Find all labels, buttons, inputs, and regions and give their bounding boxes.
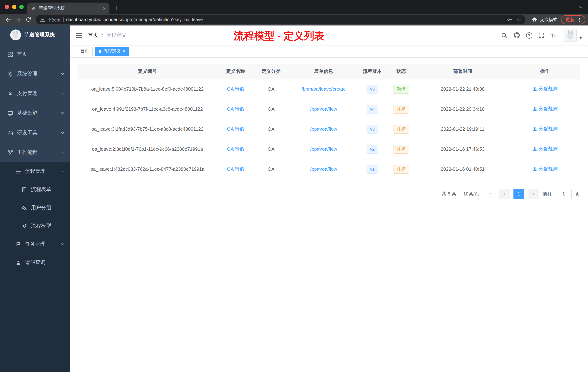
tag-close-icon[interactable]: × [123,49,125,54]
yen-icon: ¥ [8,91,13,97]
assign-rule-link[interactable]: 分配规则 [532,106,558,112]
annotation-title: 流程模型 - 定义列表 [234,29,324,43]
assign-rule-link[interactable]: 分配规则 [532,86,558,92]
window-zoom-button[interactable] [19,5,24,9]
security-warning-icon[interactable] [40,17,45,22]
tab-favicon-icon [31,6,36,11]
fullscreen-icon[interactable] [538,33,544,38]
goto-page-input[interactable] [556,189,572,199]
definition-id-cell: oa_leave:5:004b710b-7b8a-11ec-8ef0-acde4… [77,79,218,99]
category-cell: OA [253,159,289,179]
document-icon [21,187,27,192]
incognito-badge: 无痕模式 [531,16,557,23]
window-minimize-button[interactable] [12,5,16,9]
pagination: 共 5 条 10条/页 1 前往 页 [77,189,580,199]
definition-name-link[interactable]: OA 请假 [227,126,244,131]
status-cell: 挂起 [387,159,416,179]
sidebar-item-process-model[interactable]: 流程模型 [0,217,70,235]
sidebar-item-system-management[interactable]: 系统管理 [0,64,70,84]
password-key-icon[interactable] [507,17,513,22]
definition-name-link[interactable]: OA 请假 [227,146,244,152]
assign-rule-link[interactable]: 分配规则 [532,126,558,132]
sidebar-item-payment-management[interactable]: ¥ 支付管理 [0,84,70,103]
sidebar-item-home[interactable]: 首页 [0,44,70,64]
sidebar-logo[interactable]: 芋道管理系统 [0,25,70,44]
paper-plane-icon [21,223,27,229]
chevron-down-icon [488,192,492,196]
definition-id-cell: oa_leave:1:482ec033-762a-11ec-8477-a2380… [77,159,218,179]
definition-name-link[interactable]: OA 请假 [227,166,244,172]
form-link[interactable]: /bpm/oa/flow [310,146,337,152]
next-page-button[interactable] [528,189,539,199]
search-icon[interactable] [501,32,507,38]
toolbox-icon [8,130,13,136]
person-icon [16,260,21,265]
column-header-status: 状态 [387,64,416,79]
page-size-select[interactable]: 10条/页 [460,189,495,199]
assign-rule-link[interactable]: 分配规则 [532,146,558,152]
browser-tab-strip: 芋道管理系统 × + [0,0,588,14]
status-cell: 挂起 [387,139,416,159]
form-link[interactable]: /bpm/oa/leave/create [302,86,346,92]
page-number-button[interactable]: 1 [514,189,524,199]
category-cell: OA [253,79,289,99]
definition-id-cell: oa_leave:3:1fad3d93-7b75-11ec-a3c8-acde4… [77,119,218,139]
chevron-down-icon [60,242,65,246]
tag-process-definition[interactable]: 流程定义 × [95,46,129,56]
sidebar-item-task-management[interactable]: 任务管理 [0,235,70,253]
user-group-icon [21,205,27,211]
sidebar-item-user-group[interactable]: 用户分组 [0,199,70,217]
user-icon [532,167,537,171]
table-row: oa_leave:2:3c1f0ef1-76b1-11ec-9c66-a2380… [77,139,580,159]
definition-name-link[interactable]: OA 请假 [227,106,244,111]
form-link[interactable]: /bpm/oa/flow [310,126,337,132]
form-link[interactable]: /bpm/oa/flow [310,166,337,172]
help-icon[interactable]: ? [526,32,532,38]
new-tab-button[interactable]: + [112,3,122,13]
version-cell: v3 [358,119,387,139]
table-row: oa_leave:5:004b710b-7b8a-11ec-8ef0-acde4… [77,79,580,99]
bookmark-star-icon[interactable]: ☆ [516,17,521,22]
status-badge: 挂起 [393,125,409,133]
category-cell: OA [253,99,289,119]
omnibox-icons: ☆ [507,17,521,22]
version-badge: v4 [366,105,378,113]
address-bar[interactable]: 不安全 dashboard.yudao.iocoder.cn/bpm/manag… [36,15,525,24]
definition-id-cell: oa_leave:4:991f2193-7b7f-11ec-a3c8-acde4… [77,99,218,119]
deploy-time-cell: 2022-01-16 17:46:53 [416,139,510,159]
operation-cell: 分配规则 [510,79,580,99]
sidebar-item-process-form[interactable]: 流程表单 [0,181,70,199]
reload-button[interactable] [23,15,33,24]
browser-chrome: 芋道管理系统 × + 不安全 d [0,0,588,25]
sidebar-item-process-management[interactable]: 流程管理 [0,162,70,181]
font-size-icon[interactable]: TT [550,32,556,38]
process-definition-page: 定义编号 定义名称 定义分类 表单信息 流程版本 状态 部署时间 操作 oa_l [70,57,588,372]
update-label: 更新 [566,17,575,23]
forward-button[interactable] [13,15,23,24]
tab-search-chevron-icon[interactable] [578,5,583,10]
breadcrumb-home[interactable]: 首页 [88,32,98,39]
sidebar-toggle-button[interactable] [76,32,82,38]
sidebar-item-dev-tools[interactable]: 研发工具 [0,123,70,143]
tag-home[interactable]: 首页 [77,46,93,56]
back-button[interactable] [3,15,13,24]
sidebar-item-workflow[interactable]: 工作流程 [0,143,70,162]
browser-tab[interactable]: 芋道管理系统 × [27,2,109,14]
definition-name-link[interactable]: OA 请假 [227,86,244,92]
security-label[interactable]: 不安全 [48,17,61,23]
url-text[interactable]: dashboard.yudao.iocoder.cn/bpm/manager/d… [66,17,504,22]
browser-update-button[interactable]: 更新 [561,15,585,24]
form-cell: /bpm/oa/flow [289,99,358,119]
form-cell: /bpm/oa/flow [289,139,358,159]
prev-page-button[interactable] [499,189,510,199]
user-menu[interactable] [564,29,582,42]
sidebar-item-leave-query[interactable]: 请假查询 [0,253,70,272]
window-close-button[interactable] [5,5,9,9]
version-badge: v5 [366,85,378,93]
chevron-down-icon [60,91,65,96]
form-link[interactable]: /bpm/oa/flow [310,106,337,112]
github-icon[interactable] [513,32,520,39]
sidebar-item-infrastructure[interactable]: 基础设施 [0,103,70,123]
tab-close-icon[interactable]: × [103,6,106,11]
assign-rule-link[interactable]: 分配规则 [532,166,558,172]
